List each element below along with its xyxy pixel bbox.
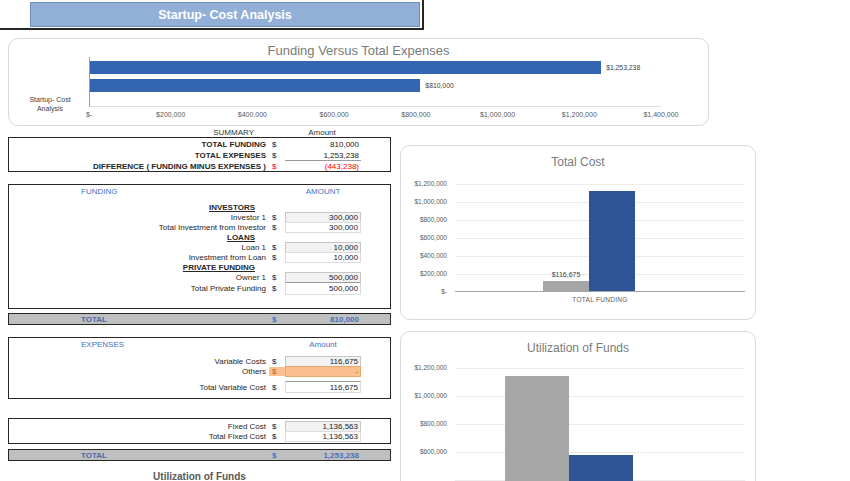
x-tick: $1,400,000 <box>643 111 678 118</box>
x-tick: $1,000,000 <box>480 111 515 118</box>
bar-blue-series <box>569 455 633 481</box>
total-value: 1,253,238 <box>285 450 361 460</box>
expenses-header-row: EXPENSES Amount <box>9 338 390 350</box>
total-cell: 116,675 <box>285 381 361 393</box>
bar-row-total-expenses: $1,253,238 <box>90 60 661 74</box>
currency-symbol: $ <box>269 451 285 460</box>
y-tick: $800,000 <box>401 420 447 427</box>
table-row: Total Variable Cost $ 116,675 <box>9 381 390 393</box>
variable-expenses-box: EXPENSES Amount Variable Costs $ 116,675… <box>8 337 391 399</box>
bar-fixed-cost <box>589 191 635 291</box>
bar-gray-series <box>505 376 569 481</box>
funding-total-row: TOTAL $ 810,000 <box>8 313 391 325</box>
chart-title: Funding Versus Total Expenses <box>9 43 708 58</box>
bar-row-total-funding: $810,000 <box>90 78 661 92</box>
total-cell: 1,136,563 <box>285 431 361 442</box>
bar-total-funding <box>90 79 420 92</box>
amount-header: AMOUNT <box>285 187 361 196</box>
x-axis-ticks: $- $200,000 $400,000 $600,000 $800,000 $… <box>89 111 661 121</box>
category-axis-label: Startup- Cost Analysis <box>19 95 81 114</box>
currency-symbol: $ <box>269 383 285 392</box>
row-label: Others <box>9 367 269 376</box>
utilization-of-funds-chart: Utilization of Funds $1,200,000 $1,000,0… <box>400 331 756 481</box>
row-label: Investor 1 <box>9 213 269 222</box>
summary-box: TOTAL FUNDING $ 810,000 TOTAL EXPENSES $… <box>8 137 391 172</box>
row-label: Variable Costs <box>9 357 269 366</box>
chart-title: Total Cost <box>401 155 755 169</box>
page-title-banner: Startup- Cost Analysis <box>30 2 420 27</box>
y-tick: $600,000 <box>401 234 447 241</box>
next-section-title-partial: Utilization of Funds <box>8 471 391 481</box>
row-label: Investment from Loan <box>9 253 269 262</box>
row-label: DIFFERENCE ( FUNDING MINUS EXPENSES ) <box>9 162 269 171</box>
table-row: TOTAL EXPENSES $ 1,253,238 <box>9 150 390 160</box>
x-tick: $600,000 <box>320 111 349 118</box>
summary-table: SUMMARY Amount TOTAL FUNDING $ 810,000 T… <box>8 126 391 172</box>
y-tick: $200,000 <box>401 270 447 277</box>
y-tick: $1,000,000 <box>401 198 447 205</box>
currency-symbol: $ <box>269 140 285 149</box>
section-title-row: PRIVATE FUNDING <box>9 262 390 272</box>
currency-symbol: $ <box>269 162 285 171</box>
row-label: Total Investment from Investor <box>9 223 269 232</box>
section-title: INVESTORS <box>9 203 269 212</box>
row-label: TOTAL FUNDING <box>9 140 269 149</box>
amount-header: Amount <box>285 340 361 349</box>
row-label: Total Private Funding <box>9 284 269 293</box>
expenses-table: EXPENSES Amount Variable Costs $ 116,675… <box>8 337 391 462</box>
bar-data-label: $810,000 <box>425 82 453 89</box>
x-tick: $- <box>86 111 92 118</box>
row-label: TOTAL EXPENSES <box>9 151 269 160</box>
funding-header-row: FUNDING AMOUNT <box>9 185 390 197</box>
plot-area: $116,675 <box>455 184 745 292</box>
section-title-row: INVESTORS <box>9 202 390 212</box>
funding-vs-expenses-chart: Funding Versus Total Expenses Startup- C… <box>8 38 709 126</box>
total-cost-chart: Total Cost $1,200,000 $1,000,000 $800,00… <box>400 145 756 320</box>
bar-variable-cost: $116,675 <box>543 281 589 291</box>
table-row: Loan 1 $ 10,000 <box>9 242 390 252</box>
total-cell: 10,000 <box>285 252 361 263</box>
currency-symbol: $ <box>269 367 285 376</box>
table-row: Investment from Loan $ 10,000 <box>9 252 390 262</box>
y-tick: $1,200,000 <box>401 180 447 187</box>
table-row: Total Investment from Investor $ 300,000 <box>9 222 390 232</box>
bar-group: $116,675 <box>543 185 635 291</box>
table-row: Investor 1 $ 300,000 <box>9 212 390 222</box>
total-label: TOTAL <box>9 451 269 460</box>
section-title-row: LOANS <box>9 232 390 242</box>
fixed-expenses-box: Fixed Cost $ 1,136,563 Total Fixed Cost … <box>8 418 391 444</box>
currency-symbol: $ <box>269 273 285 282</box>
currency-symbol: $ <box>269 284 285 293</box>
row-label: Loan 1 <box>9 243 269 252</box>
page-title: Startup- Cost Analysis <box>158 8 292 22</box>
title-cell-border: Startup- Cost Analysis <box>0 0 424 30</box>
funding-header: FUNDING <box>9 187 269 196</box>
y-tick: $600,000 <box>401 448 447 455</box>
section-title: PRIVATE FUNDING <box>9 263 269 272</box>
x-tick: $1,200,000 <box>562 111 597 118</box>
difference-row: DIFFERENCE ( FUNDING MINUS EXPENSES ) $ … <box>9 160 390 172</box>
currency-symbol: $ <box>269 357 285 366</box>
bar-group <box>505 369 633 481</box>
currency-symbol: $ <box>269 223 285 232</box>
table-row: Others $ - <box>9 366 390 376</box>
table-row: Total Private Funding $ 500,000 <box>9 282 390 295</box>
currency-symbol: $ <box>269 315 285 324</box>
row-value: 810,000 <box>285 138 361 150</box>
currency-symbol: $ <box>269 213 285 222</box>
summary-header: SUMMARY <box>8 128 268 137</box>
row-label: Owner 1 <box>9 273 269 282</box>
table-row: Variable Costs $ 116,675 <box>9 356 390 366</box>
table-row: Fixed Cost $ 1,136,563 <box>9 421 390 431</box>
total-label: TOTAL <box>9 315 269 324</box>
row-value: 1,253,238 <box>285 150 361 160</box>
amount-header: Amount <box>284 128 360 137</box>
currency-symbol: $ <box>269 422 285 431</box>
currency-symbol: $ <box>269 432 285 441</box>
category-label: TOTAL FUNDING <box>455 296 745 303</box>
row-label: Total Variable Cost <box>9 383 269 392</box>
input-cell-others[interactable]: - <box>285 366 361 377</box>
row-value-negative: (443,238) <box>285 160 361 172</box>
bar-data-label: $1,253,238 <box>606 64 640 71</box>
y-tick: $1,200,000 <box>401 364 447 371</box>
